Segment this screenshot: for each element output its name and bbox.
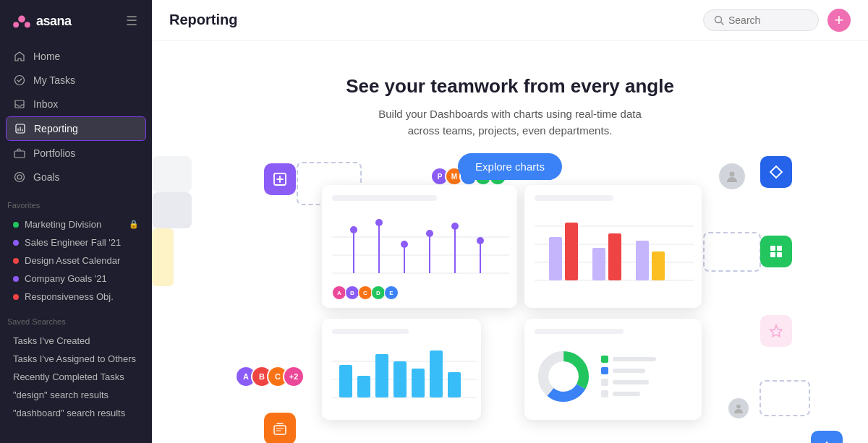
float-green-icon (760, 236, 792, 267)
svg-point-15 (730, 172, 735, 177)
inbox-label: Inbox (33, 98, 58, 110)
dot-marketing (13, 222, 19, 228)
float-blue-tri-icon (811, 431, 843, 443)
chart-card-donut (524, 319, 702, 420)
svg-rect-39 (608, 233, 621, 280)
sidebar-nav: Home My Tasks Inbox Reporting (0, 42, 152, 192)
svg-rect-5 (14, 151, 25, 158)
float-purple-icon (264, 163, 296, 195)
logo-text: asana (36, 14, 72, 29)
person-avatar-sm (728, 398, 749, 418)
search-box[interactable] (703, 9, 819, 31)
svg-rect-45 (339, 365, 352, 397)
bar-chart-svg (535, 208, 694, 295)
svg-point-56 (549, 362, 578, 391)
svg-rect-36 (549, 237, 562, 280)
favorite-label-design: Design Asset Calendar (25, 255, 120, 266)
search-input[interactable] (728, 14, 808, 26)
blue-bars-svg (332, 340, 477, 408)
svg-rect-41 (652, 251, 665, 280)
saved-search-label-assigned: Tasks I've Assigned to Others (13, 353, 136, 364)
saved-search-completed[interactable]: Recently Completed Tasks (6, 368, 146, 386)
saved-search-design[interactable]: "design" search results (6, 386, 146, 404)
hero-title: See your teamwork from every angle (346, 75, 674, 98)
svg-point-7 (17, 175, 22, 179)
float-orange-icon (264, 413, 296, 443)
svg-rect-13 (770, 252, 775, 257)
svg-point-21 (350, 226, 357, 233)
saved-search-created[interactable]: Tasks I've Created (6, 332, 146, 350)
saved-search-dashboard[interactable]: "dashboard" search results (6, 404, 146, 422)
float-pink-icon (760, 315, 792, 347)
explore-charts-button[interactable]: Explore charts (458, 153, 562, 180)
sidebar-item-my-tasks[interactable]: My Tasks (6, 69, 146, 92)
favorites-label: Favorites (0, 192, 152, 212)
dot-goals21 (13, 276, 19, 282)
float-blue-diamond-icon (760, 156, 792, 188)
person-avatar-top-right (719, 163, 745, 189)
saved-searches-section: Tasks I've Created Tasks I've Assigned t… (0, 329, 152, 425)
lock-icon: 🔒 (129, 220, 139, 229)
svg-rect-46 (357, 376, 370, 397)
favorite-item-goals21[interactable]: Company Goals '21 (6, 270, 146, 288)
svg-rect-49 (412, 369, 425, 397)
portfolios-icon (13, 147, 26, 160)
my-tasks-icon (13, 74, 26, 87)
sidebar-item-inbox[interactable]: Inbox (6, 93, 146, 116)
hero-subtitle: Build your Dashboards with charts using … (346, 106, 674, 139)
avatar-big-4: +2 (283, 366, 305, 387)
sidebar-item-goals[interactable]: Goals (6, 165, 146, 189)
svg-point-1 (13, 22, 19, 27)
sidebar-item-portfolios[interactable]: Portfolios (6, 142, 146, 165)
saved-search-label-created: Tasks I've Created (13, 335, 90, 346)
sidebar-item-home[interactable]: Home (6, 45, 146, 68)
saved-search-label-dashboard: "dashboard" search results (13, 408, 125, 418)
chart-card-bars (524, 185, 702, 308)
saved-searches-label: Saved Searches (0, 309, 152, 329)
main-content: Reporting + See your teamwork from every… (152, 0, 868, 443)
asana-logo-icon (12, 11, 32, 31)
topbar-right: + (703, 9, 851, 32)
favorites-section: Marketing Division 🔒 Sales Engineer Fall… (0, 212, 152, 309)
favorite-label-goals21: Company Goals '21 (25, 273, 107, 284)
page-title: Reporting (169, 12, 237, 28)
dot-design (13, 258, 19, 264)
svg-rect-11 (770, 246, 775, 251)
favorite-label-marketing: Marketing Division (25, 219, 101, 230)
favorite-item-responsiveness[interactable]: Responsiveness Obj. (6, 288, 146, 306)
add-button[interactable]: + (827, 9, 851, 32)
svg-point-6 (15, 173, 25, 182)
favorite-item-sales[interactable]: Sales Engineer Fall '21 (6, 233, 146, 251)
sidebar-item-reporting[interactable]: Reporting (6, 116, 146, 141)
hero-text: See your teamwork from every angle Build… (331, 40, 689, 194)
chart-card-blue-bars (322, 319, 481, 420)
sidebar: asana ☰ Home My Tasks Inbox (0, 0, 152, 443)
reporting-label: Reporting (34, 123, 78, 134)
dashboard-illustration: P M J K +2 A B C +2 (152, 156, 868, 443)
lollipop-chart-svg (332, 208, 509, 284)
svg-rect-47 (375, 354, 388, 397)
home-icon (13, 50, 26, 63)
float-gray-card-right (152, 192, 192, 228)
saved-search-assigned[interactable]: Tasks I've Assigned to Others (6, 350, 146, 368)
svg-rect-40 (636, 241, 649, 280)
svg-point-31 (477, 237, 484, 244)
svg-point-3 (15, 76, 25, 85)
float-gray-card-left (152, 156, 192, 192)
svg-point-0 (18, 16, 25, 23)
reporting-icon (14, 122, 27, 135)
favorite-item-design[interactable]: Design Asset Calendar (6, 251, 146, 270)
favorite-label-sales: Sales Engineer Fall '21 (25, 237, 121, 248)
sidebar-toggle-icon[interactable]: ☰ (123, 10, 140, 32)
svg-rect-37 (565, 223, 578, 280)
svg-point-27 (426, 230, 433, 237)
portfolios-label: Portfolios (33, 147, 75, 159)
dot-sales (13, 240, 19, 246)
svg-point-29 (451, 223, 459, 230)
avatars-row-bottom: A B C +2 (235, 366, 305, 387)
search-icon (714, 15, 724, 25)
sidebar-header: asana ☰ (0, 0, 152, 42)
chart-card-lollipop: A B C D E (322, 185, 517, 308)
svg-point-2 (25, 22, 30, 27)
favorite-item-marketing[interactable]: Marketing Division 🔒 (6, 215, 146, 233)
